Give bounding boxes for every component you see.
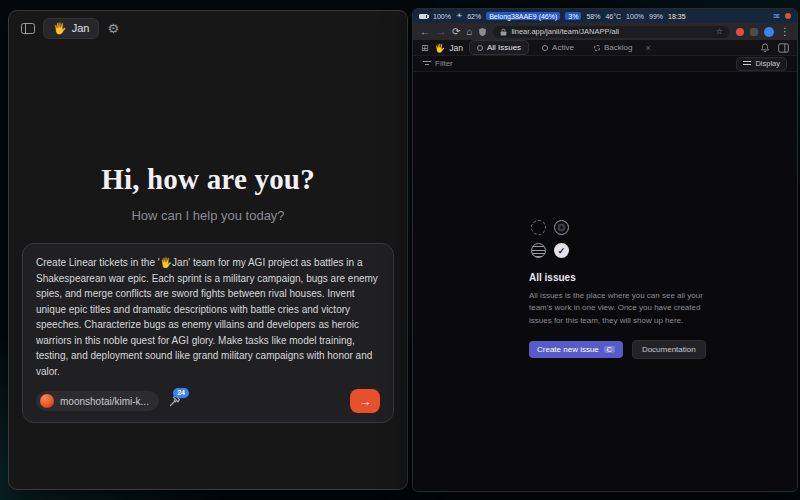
extensions-puzzle-icon[interactable]: [750, 28, 758, 36]
home-icon[interactable]: ⌂: [466, 27, 472, 37]
empty-state-description: All issues is the place where you can se…: [529, 290, 707, 327]
back-icon[interactable]: ←: [420, 27, 430, 37]
app-grid-icon[interactable]: ⊞: [421, 43, 429, 53]
url-bar[interactable]: linear.app/janii/team/JANAPP/all ☆: [493, 26, 730, 38]
linear-team-label[interactable]: 🖐 Jan: [435, 43, 463, 53]
display-label: Display: [755, 59, 780, 68]
clock: 18:35: [668, 13, 686, 20]
mail-icon[interactable]: ✉: [773, 12, 780, 21]
battery-percent: 100%: [433, 13, 451, 20]
browser-toolbar: ← → ⟳ ⌂ linear.app/janii/team/JANAPP/all…: [413, 23, 797, 40]
jan-topbar: 🖐 Jan ⚙: [9, 11, 407, 45]
tab-all-issues[interactable]: All Issues: [469, 40, 529, 55]
status-icons-graphic: ✓: [531, 220, 569, 258]
filter-icon: [423, 60, 431, 67]
shield-icon[interactable]: [478, 27, 487, 37]
tab-backlog[interactable]: Backlog: [587, 41, 639, 54]
greeting-heading: Hi, how are you?: [9, 163, 407, 196]
network-pill[interactable]: Belong38AAE9 (46%): [486, 12, 560, 20]
active-status-icon: [542, 45, 548, 51]
notification-dot-icon: [785, 13, 791, 19]
browser-window: 100% ☀ 62% Belong38AAE9 (46%) 3% 58% 46°…: [412, 8, 798, 492]
linear-header-actions: [760, 43, 789, 53]
ram-stat: 58%: [586, 13, 600, 20]
linear-team-name: Jan: [449, 43, 463, 53]
browser-menu-icon[interactable]: ⋮: [780, 27, 790, 37]
docs-label: Documentation: [642, 345, 696, 354]
brightness-icon: ☀: [456, 12, 462, 20]
hand-emoji-icon: 🖐: [435, 43, 446, 53]
sidebar-toggle-icon[interactable]: [21, 23, 35, 34]
tab-active[interactable]: Active: [535, 41, 581, 54]
display-sliders-icon: [743, 60, 751, 67]
disk-stat: 100%: [626, 13, 644, 20]
sidebar-panel-icon[interactable]: [778, 43, 789, 53]
all-issues-status-icon: [477, 45, 483, 51]
tab-label: Active: [552, 43, 574, 52]
jan-welcome-area: Hi, how are you? How can I help you toda…: [9, 45, 407, 223]
documentation-button[interactable]: Documentation: [632, 340, 706, 359]
linear-header: ⊞ 🖐 Jan All Issues Active Backlog ×: [413, 40, 797, 56]
settings-gear-icon[interactable]: ⚙: [107, 22, 119, 35]
tools-button[interactable]: 24: [169, 395, 181, 407]
prompt-text-input[interactable]: Create Linear tickets in the '🖐Jan' team…: [36, 255, 380, 379]
done-check-icon: ✓: [554, 243, 569, 258]
shortcut-key-badge: C: [604, 346, 615, 353]
extension-red-icon[interactable]: [736, 28, 744, 36]
todo-circle-icon: [554, 220, 569, 235]
create-new-issue-button[interactable]: Create new issue C: [529, 341, 623, 358]
desktop-background: 🖐 Jan ⚙ Hi, how are you? How can I help …: [0, 0, 800, 500]
hand-emoji-icon: 🖐: [53, 22, 67, 35]
send-arrow-icon: →: [359, 395, 372, 408]
send-button[interactable]: →: [350, 389, 380, 413]
jan-app-window: 🖐 Jan ⚙ Hi, how are you? How can I help …: [8, 10, 408, 490]
filter-label: Filter: [435, 59, 453, 68]
forward-icon[interactable]: →: [436, 27, 446, 37]
backlog-circle-icon: [531, 220, 546, 235]
model-provider-icon: [40, 394, 54, 408]
model-name-label: moonshotai/kimi-k...: [60, 396, 149, 407]
tab-label: Backlog: [604, 43, 632, 52]
empty-state-actions: Create new issue C Documentation: [529, 340, 707, 359]
battery2-stat: 99%: [649, 13, 663, 20]
model-selector[interactable]: moonshotai/kimi-k...: [36, 391, 159, 411]
brightness-percent: 62%: [467, 13, 481, 20]
in-progress-circle-icon: [531, 243, 546, 258]
empty-state-title: All issues: [529, 272, 707, 283]
bookmark-star-icon[interactable]: ☆: [716, 27, 723, 36]
composer-footer: moonshotai/kimi-k... 24 →: [36, 389, 380, 413]
team-name-label: Jan: [72, 22, 90, 34]
filter-bar: Filter Display: [413, 56, 797, 72]
prompt-composer: Create Linear tickets in the '🖐Jan' team…: [22, 243, 394, 423]
team-selector[interactable]: 🖐 Jan: [43, 18, 99, 39]
backlog-status-icon: [594, 45, 600, 51]
create-label: Create new issue: [537, 345, 599, 354]
refresh-icon[interactable]: ⟳: [452, 27, 460, 37]
tab-label: All Issues: [487, 43, 521, 52]
profile-avatar[interactable]: [764, 27, 774, 37]
tools-count-badge: 24: [173, 388, 189, 398]
battery-icon: [419, 14, 428, 19]
system-status-bar: 100% ☀ 62% Belong38AAE9 (46%) 3% 58% 46°…: [413, 9, 797, 23]
lock-icon: [500, 28, 507, 36]
notification-bell-icon[interactable]: [760, 43, 770, 53]
display-button[interactable]: Display: [736, 57, 787, 71]
temp-stat: 46°C: [605, 13, 621, 20]
empty-state: ✓ All issues All issues is the place whe…: [529, 220, 707, 359]
url-text: linear.app/janii/team/JANAPP/all: [511, 27, 619, 36]
cpu-stat: 3%: [565, 12, 581, 20]
filter-button[interactable]: Filter: [423, 59, 453, 68]
issues-list-area: ✓ All issues All issues is the place whe…: [413, 72, 797, 491]
tab-close-icon[interactable]: ×: [645, 43, 650, 53]
greeting-subtitle: How can I help you today?: [9, 208, 407, 223]
